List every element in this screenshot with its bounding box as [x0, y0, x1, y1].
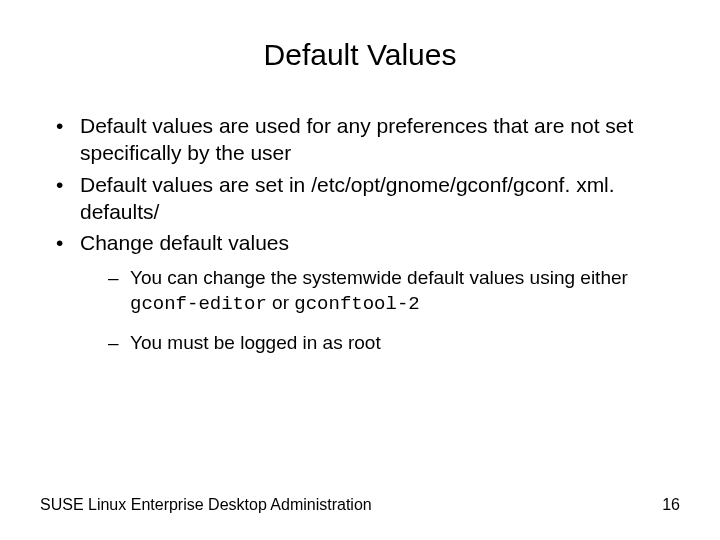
page-number: 16: [662, 496, 680, 514]
sub-bullet-text: You can change the systemwide default va…: [130, 267, 628, 288]
inline-code: gconf-editor: [130, 293, 267, 315]
bullet-item: Change default values You can change the…: [52, 229, 680, 355]
bullet-text: Default values are set in: [80, 173, 311, 196]
bullet-text: Change default values: [80, 231, 289, 254]
footer-left: SUSE Linux Enterprise Desktop Administra…: [40, 496, 372, 514]
footer: SUSE Linux Enterprise Desktop Administra…: [40, 496, 680, 514]
inline-code: gconftool-2: [294, 293, 419, 315]
sub-bullet-item: You can change the systemwide default va…: [106, 266, 680, 316]
slide-title: Default Values: [40, 38, 680, 72]
sub-bullet-text: or: [267, 292, 294, 313]
bullet-list-level-1: Default values are used for any preferen…: [40, 112, 680, 356]
bullet-text: Default values are used for any preferen…: [80, 114, 633, 164]
bullet-item: Default values are used for any preferen…: [52, 112, 680, 167]
bullet-item: Default values are set in /etc/opt/gnome…: [52, 171, 680, 226]
sub-bullet-item: You must be logged in as root: [106, 331, 680, 356]
bullet-list-level-2: You can change the systemwide default va…: [80, 266, 680, 355]
sub-bullet-text: You must be logged in as root: [130, 332, 381, 353]
slide: Default Values Default values are used f…: [0, 0, 720, 540]
